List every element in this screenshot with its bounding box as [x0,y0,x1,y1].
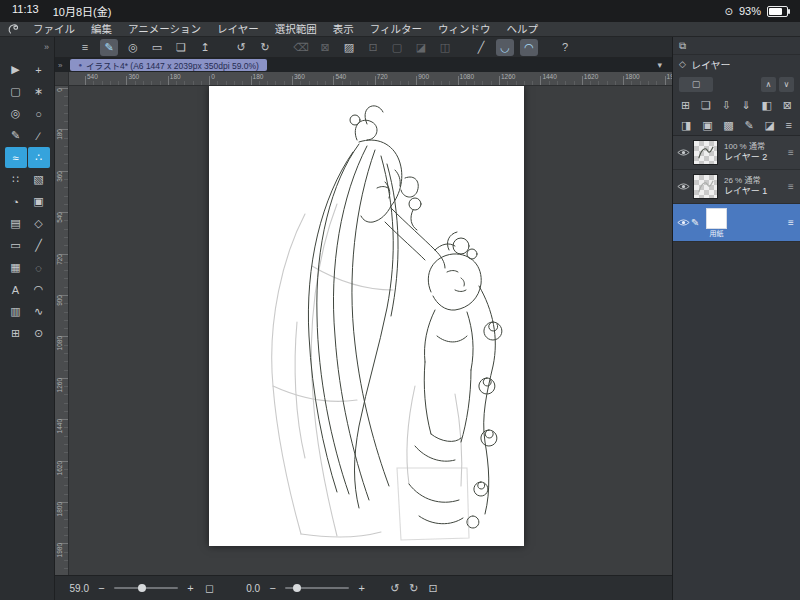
snap-to-ruler[interactable]: ╱ [472,39,490,56]
help[interactable]: ? [556,39,574,56]
app-logo-icon[interactable] [7,23,19,35]
rotate-ccw-icon[interactable]: ↺ [390,582,399,595]
grid-tool[interactable]: ⊞ [5,323,27,344]
blend-mode-button[interactable]: ▢ [679,77,713,92]
companion-mode[interactable]: ▭ [148,39,166,56]
ruler-label-left: 1080 [56,336,63,350]
lock-layer[interactable]: ▣ [702,119,712,132]
palette-options[interactable]: ≡ [786,119,792,131]
layer-menu-handle[interactable]: ≡ [785,181,797,192]
touch-rotate[interactable]: ◎ [124,39,142,56]
layer-menu-handle[interactable]: ≡ [785,217,797,228]
layer-visibility-toggle[interactable] [676,218,691,227]
rotate-left-button[interactable]: − [266,582,279,594]
layer-thumbnail[interactable] [693,140,718,165]
figure-tool[interactable]: ◇ [28,213,50,234]
ruler-tool[interactable]: ╱ [28,235,50,256]
set-as-draft[interactable]: ✎ [744,119,753,132]
canvas-viewport[interactable] [69,86,672,575]
auto-select-tool[interactable]: ∗ [28,81,50,102]
menu-item-0[interactable]: ファイル [25,22,83,37]
layer-row-1[interactable]: 26 % 通常レイヤー 1≡ [673,170,800,204]
menu-item-7[interactable]: ウィンドウ [430,22,499,37]
frame-border-tool[interactable]: ▭ [5,235,27,256]
fill-tool[interactable]: ▣ [28,191,50,212]
menu-item-1[interactable]: 編集 [83,22,120,37]
merge-to-lower[interactable]: ⇓ [742,99,751,112]
menu-item-3[interactable]: レイヤー [209,22,267,37]
menu-item-5[interactable]: 表示 [325,22,362,37]
layer-menu-handle[interactable]: ≡ [785,147,797,158]
snap-to-grid[interactable]: ◠ [520,39,538,56]
clip-to-layer-below[interactable]: ◨ [681,119,691,132]
operation-tool[interactable]: ▶ [5,59,27,80]
canvas-list-chevron-icon[interactable]: ▾ [657,60,662,70]
line-correction-tool[interactable]: ∿ [28,301,50,322]
reset-view-icon[interactable]: ⊡ [429,582,438,595]
text-tool[interactable]: A [5,279,27,300]
new-raster-layer[interactable]: ⊞ [681,99,690,112]
menu-item-8[interactable]: ヘルプ [499,22,547,37]
layer-move-tool[interactable]: + [28,59,50,80]
zoom-in-button[interactable]: + [184,582,197,594]
transfer-to-lower[interactable]: ⇩ [722,99,731,112]
menu-item-6[interactable]: フィルター [362,22,430,37]
layer-row-2[interactable]: ✎用紙≡ [673,204,800,242]
layer-down-button[interactable]: ∨ [779,77,794,92]
document-tab-label: イラスト4* (A6 1447 x 2039px 350dpi 59.0%) [86,59,259,71]
balloon-tool[interactable]: ◠ [28,279,50,300]
ruler-label-top: 540 [87,73,98,80]
blend-tool[interactable]: ◔ [5,191,27,212]
tab-strip-arrows-icon[interactable]: » [58,61,62,70]
zoom-out-button[interactable]: − [95,582,108,594]
airbrush-tool[interactable]: ∴ [28,147,50,168]
layer-thumbnail[interactable] [693,174,718,199]
lock-transparent-pixels[interactable]: ▩ [723,119,733,132]
main-menu[interactable]: ≡ [76,39,94,56]
rotate-slider[interactable] [285,582,349,594]
rotate-cw-icon[interactable]: ↻ [409,582,418,595]
menu-item-4[interactable]: 選択範囲 [267,22,325,37]
undo[interactable]: ↺ [232,39,250,56]
brush-tool[interactable]: ≈ [5,147,27,168]
pen-mode[interactable]: ✎ [100,39,118,56]
new-layer-folder[interactable]: ❏ [701,99,711,112]
layer-visibility-toggle[interactable] [676,182,691,191]
layer-panel-tab-icon[interactable]: ⧉ [679,40,686,52]
document-canvas[interactable] [209,86,524,546]
battery-icon [767,6,788,17]
symmetry-tool[interactable]: ⊙ [28,323,50,344]
ruler-label-left: 1260 [56,378,63,392]
layer-up-button[interactable]: ∧ [761,77,776,92]
layer-thumbnail[interactable]: 用紙 [706,208,727,238]
eyedropper-tool[interactable]: ◎ [5,103,27,124]
palette-collapse-icon[interactable]: » [44,42,49,52]
layer-row-0[interactable]: 100 % 通常レイヤー 2≡ [673,136,800,170]
redo[interactable]: ↻ [256,39,274,56]
ruler-label-top: 180 [253,73,264,80]
material-tool[interactable]: ▦ [5,257,27,278]
menu-item-2[interactable]: アニメーション [120,22,209,37]
document-tab[interactable]: ● イラスト4* (A6 1447 x 2039px 350dpi 59.0%) [70,59,266,71]
decoration-tool[interactable]: ∷ [5,169,27,190]
rotate-value: 0.0 [236,583,260,594]
fill[interactable]: ▨ [340,39,358,56]
zoom-slider[interactable] [114,582,178,594]
enable-mask[interactable]: ◪ [764,119,774,132]
layer-visibility-toggle[interactable] [676,148,691,157]
pen-tool[interactable]: ✎ [5,125,27,146]
share-export[interactable]: ↥ [196,39,214,56]
fit-to-screen-icon[interactable]: ◻ [205,582,214,595]
create-mask[interactable]: ◧ [762,99,772,112]
snap-to-special-ruler[interactable]: ◡ [496,39,514,56]
gradient-tool[interactable]: ▤ [5,213,27,234]
zoom-tool[interactable]: ○ [28,103,50,124]
rotate-right-button[interactable]: + [355,582,368,594]
light-table-tool[interactable]: ◌ [28,257,50,278]
story-editor-tool[interactable]: ▥ [5,301,27,322]
eraser-tool[interactable]: ▧ [28,169,50,190]
selection-tool[interactable]: ▢ [5,81,27,102]
pencil-tool[interactable]: ∕ [28,125,50,146]
delete-layer[interactable]: ⊠ [783,99,792,112]
file-open[interactable]: ❏ [172,39,190,56]
